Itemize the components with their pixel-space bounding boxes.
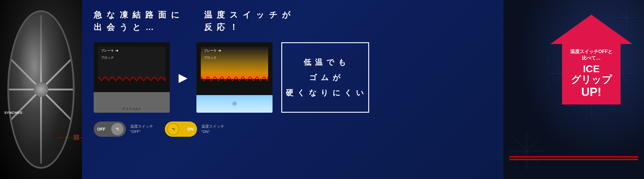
between-diagrams-arrow: ▶ [179, 71, 188, 84]
brake-arrow-off: ➜ [115, 48, 119, 53]
heading2-line1: 温 度 ス イ ッ チ が [204, 9, 292, 21]
brake-label-off: ブレーキ ➜ [101, 48, 119, 53]
diagrams-row: ブレーキ ➜ ブロック アスファルト ▶ [94, 42, 492, 113]
switch-off-description: 温度スイッチ "OFF" [130, 124, 153, 134]
result-text: 低 温 で も ゴ ム が 硬 く な り に く い [286, 55, 365, 100]
heading1-line2: 出 会 う と … [94, 21, 181, 33]
pink-arrow-head [550, 15, 632, 44]
result-line3: 硬 く な り に く い [286, 85, 365, 100]
tire-connector-line [59, 137, 82, 138]
tire-background: SYNCHRO [0, 0, 82, 179]
ice-area: ※ [196, 95, 273, 113]
switch-on-group: ℃ ON 温度スイッチ "ON" [165, 121, 224, 137]
arrow-text-up: UP! [581, 85, 602, 99]
right-section: 温度スイッチOFFと比べて… ICEグリップ UP! [503, 0, 644, 179]
result-box: 低 温 で も ゴ ム が 硬 く な り に く い [281, 42, 369, 113]
switch-on-desc-line2: "ON" [201, 129, 224, 134]
result-line1: 低 温 で も [286, 55, 365, 70]
switch-on-symbol: ℃ [172, 128, 175, 131]
serrated-edge-on [201, 77, 268, 81]
block-label-off: ブロック [101, 55, 114, 60]
switch-on-desc-line1: 温度スイッチ [201, 124, 224, 129]
heading1-line1: 急 な 凍 結 路 面 に [94, 9, 181, 21]
double-red-lines [509, 156, 638, 161]
switch-off-desc-line1: 温度スイッチ [130, 124, 153, 129]
block-label-on: ブロック [204, 55, 217, 60]
pink-arrow-container: 温度スイッチOFFと比べて… ICEグリップ UP! [547, 15, 635, 104]
switch-off-group: OFF ℃ 温度スイッチ "OFF" [94, 121, 153, 137]
switch-on-toggle[interactable]: ℃ ON [165, 121, 197, 137]
tire-rim [7, 10, 75, 169]
switch-on-label: ON [187, 127, 193, 131]
switch-off-circle: ℃ [111, 123, 124, 135]
main-section: 急 な 凍 結 路 面 に 出 会 う と … 温 度 ス イ ッ チ が 反 … [82, 0, 503, 179]
serrated-edge-off [98, 77, 165, 81]
page-wrapper: SYNCHRO 急 な 凍 結 路 面 に 出 会 う と … 温 度 ス イ … [0, 0, 644, 179]
result-line2: ゴ ム が [286, 70, 365, 85]
arrow-text-comparison: 温度スイッチOFFと比べて… [570, 48, 612, 62]
heading2-line2: 反 応 ！ [204, 21, 292, 33]
switch-off-symbol: ℃ [116, 127, 119, 131]
switch-off-label: OFF [97, 127, 105, 131]
red-line-1 [509, 156, 638, 158]
asphalt-label: アスファルト [122, 107, 141, 111]
switch-on-circle: ℃ [167, 123, 179, 135]
tire-center-hub [34, 82, 48, 97]
synchro-label: SYNCHRO [4, 111, 23, 114]
switches-row: OFF ℃ 温度スイッチ "OFF" ℃ ON [94, 121, 492, 137]
diagram-on: ブレーキ ➜ ブロック ※ [196, 42, 273, 113]
arrow-text-ice-grip: ICEグリップ [571, 63, 612, 85]
top-text-row: 急 な 凍 結 路 面 に 出 会 う と … 温 度 ス イ ッ チ が 反 … [94, 9, 492, 33]
pink-arrow-body: 温度スイッチOFFと比べて… ICEグリップ UP! [562, 44, 621, 104]
switch-on-description: 温度スイッチ "ON" [201, 124, 224, 134]
tire-section: SYNCHRO [0, 0, 82, 179]
switch-off-desc-line2: "OFF" [130, 129, 153, 134]
diagram-off: ブレーキ ➜ ブロック アスファルト [94, 42, 170, 113]
ice-symbol: ※ [232, 100, 237, 108]
brake-label-on: ブレーキ ➜ [204, 48, 221, 53]
brake-arrow-on: ➜ [218, 48, 221, 53]
heading-temp-switch: 温 度 ス イ ッ チ が 反 応 ！ [204, 9, 292, 33]
heading-frozen-road: 急 な 凍 結 路 面 に 出 会 う と … [94, 9, 181, 33]
red-line-2 [509, 159, 638, 160]
switch-off-toggle[interactable]: OFF ℃ [94, 121, 126, 137]
